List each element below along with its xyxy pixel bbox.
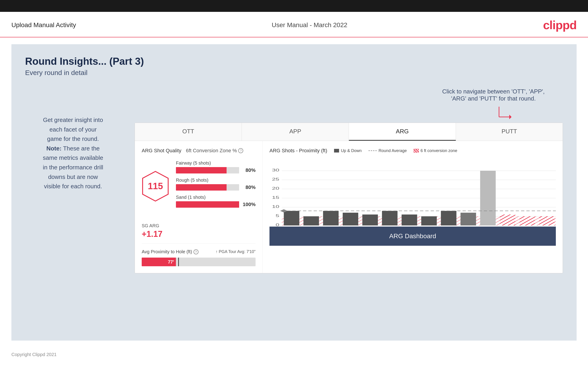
bar-row-sand: Sand (1 shots) 100% bbox=[176, 195, 256, 208]
content-row: Get greater insight into each facet of y… bbox=[25, 88, 563, 273]
left-panel-content: ARG Shot Quality 6ft Conversion Zone % ? bbox=[135, 141, 263, 273]
hexagon: 115 bbox=[142, 170, 169, 202]
proximity-title: Avg Proximity to Hole (ft) ? bbox=[142, 249, 199, 254]
right-panel-content: ARG Shots - Proximity (ft) Up & Down Rou… bbox=[263, 141, 563, 273]
section-subtitle: Every round in detail bbox=[25, 69, 563, 77]
insight-text: Get greater insight into each facet of y… bbox=[25, 115, 121, 191]
tab-arg[interactable]: ARG bbox=[349, 123, 456, 141]
svg-text:30: 30 bbox=[272, 168, 279, 172]
bar-pct-sand: 100% bbox=[242, 201, 256, 208]
svg-rect-22 bbox=[303, 216, 319, 225]
svg-rect-26 bbox=[382, 211, 398, 225]
logo: clippd bbox=[543, 18, 577, 32]
svg-text:10: 10 bbox=[272, 205, 279, 209]
sg-value: +1.17 bbox=[142, 229, 256, 239]
tab-app[interactable]: APP bbox=[242, 123, 349, 141]
svg-rect-23 bbox=[323, 211, 339, 225]
chart-area: 0 5 10 15 20 25 30 bbox=[269, 158, 556, 226]
proximity-section: Avg Proximity to Hole (ft) ? ↑ PGA Tour … bbox=[142, 243, 256, 266]
legend-hatch-icon bbox=[414, 149, 419, 152]
proximity-help-icon[interactable]: ? bbox=[193, 249, 199, 254]
footer: Copyright Clippd 2021 bbox=[0, 347, 588, 362]
svg-rect-32 bbox=[500, 215, 515, 225]
svg-rect-27 bbox=[402, 215, 417, 225]
bar-track-fairway bbox=[176, 167, 239, 174]
svg-rect-25 bbox=[362, 215, 378, 225]
bar-with-pct-fairway: 80% bbox=[176, 167, 256, 174]
header: Upload Manual Activity User Manual - Mar… bbox=[0, 12, 588, 37]
legend-up-down: Up & Down bbox=[334, 148, 362, 153]
bar-fill-sand bbox=[176, 201, 239, 208]
bar-row-rough: Rough (5 shots) 80% bbox=[176, 178, 256, 191]
copyright-text: Copyright Clippd 2021 bbox=[11, 352, 57, 357]
chart-svg: 0 5 10 15 20 25 30 bbox=[269, 158, 556, 226]
svg-marker-2 bbox=[509, 115, 511, 119]
svg-text:5: 5 bbox=[276, 214, 279, 218]
hexagon-container: 115 Fairway (5 shots) bbox=[142, 160, 256, 212]
annotation-text: Click to navigate between 'OTT', 'APP', … bbox=[442, 88, 545, 102]
bar-with-pct-rough: 80% bbox=[176, 184, 256, 191]
svg-rect-21 bbox=[284, 211, 299, 225]
legend-6ft-zone: 6 ft conversion zone bbox=[414, 148, 457, 153]
help-icon[interactable]: ? bbox=[238, 148, 243, 153]
pga-avg: ↑ PGA Tour Avg: 7'10" bbox=[216, 249, 256, 254]
svg-text:20: 20 bbox=[272, 186, 279, 191]
bar-label-rough: Rough (5 shots) bbox=[176, 178, 256, 183]
legend-round-avg: Round Average bbox=[369, 148, 407, 153]
bar-track-rough bbox=[176, 184, 239, 191]
proximity-bar-container: 77' bbox=[142, 258, 256, 266]
bar-label-fairway: Fairway (5 shots) bbox=[176, 160, 256, 166]
bar-fill-rough bbox=[176, 184, 227, 191]
svg-text:25: 25 bbox=[272, 177, 279, 182]
svg-rect-29 bbox=[441, 211, 456, 225]
proximity-bar-fill: 77' bbox=[142, 258, 176, 266]
right-header: ARG Shots - Proximity (ft) Up & Down Rou… bbox=[269, 148, 556, 154]
panel-wrapper: Click to navigate between 'OTT', 'APP', … bbox=[135, 88, 563, 273]
sg-label: SG ARG bbox=[142, 223, 256, 228]
shot-quality-label: ARG Shot Quality bbox=[142, 148, 182, 154]
main-panel: OTT APP ARG PUTT ARG Shot Quality 6ft Co… bbox=[135, 123, 563, 273]
panel-header-row: ARG Shot Quality 6ft Conversion Zone % ? bbox=[142, 148, 256, 154]
bars-section: Fairway (5 shots) 80% bbox=[176, 160, 256, 212]
legend-dash-icon bbox=[369, 149, 377, 152]
arg-dashboard-button[interactable]: ARG Dashboard bbox=[269, 226, 556, 246]
tab-putt[interactable]: PUTT bbox=[456, 123, 563, 141]
proximity-header: Avg Proximity to Hole (ft) ? ↑ PGA Tour … bbox=[142, 249, 256, 254]
arrow-container bbox=[135, 104, 563, 123]
svg-rect-28 bbox=[421, 216, 437, 225]
proximity-marker bbox=[178, 258, 179, 266]
legend-box-up-down bbox=[334, 149, 339, 152]
svg-rect-24 bbox=[343, 213, 358, 225]
top-bar bbox=[0, 0, 588, 12]
section-title: Round Insights... (Part 3) bbox=[25, 56, 563, 67]
tabs: OTT APP ARG PUTT bbox=[135, 123, 563, 141]
bar-fill-fairway bbox=[176, 167, 227, 174]
svg-rect-34 bbox=[539, 216, 554, 225]
bar-row-fairway: Fairway (5 shots) 80% bbox=[176, 160, 256, 174]
proximity-value: 77' bbox=[168, 259, 174, 265]
svg-rect-33 bbox=[519, 216, 535, 225]
bar-label-sand: Sand (1 shots) bbox=[176, 195, 256, 200]
arrow-icon bbox=[497, 104, 515, 123]
tab-ott[interactable]: OTT bbox=[135, 123, 242, 141]
svg-rect-30 bbox=[460, 213, 476, 225]
bar-with-pct-sand: 100% bbox=[176, 201, 256, 208]
header-left: Upload Manual Activity bbox=[11, 21, 76, 29]
bar-pct-fairway: 80% bbox=[242, 167, 256, 173]
note-bold: Note: bbox=[46, 145, 61, 152]
bar-track-sand bbox=[176, 201, 239, 208]
svg-text:0: 0 bbox=[276, 223, 279, 226]
left-col: Get greater insight into each facet of y… bbox=[25, 88, 121, 191]
svg-text:15: 15 bbox=[272, 196, 279, 200]
bar-pct-rough: 80% bbox=[242, 184, 256, 190]
hexagon-value: 115 bbox=[148, 181, 163, 191]
svg-rect-31 bbox=[480, 171, 496, 225]
upload-label: Upload Manual Activity bbox=[11, 21, 76, 29]
conversion-label: 6ft Conversion Zone % ? bbox=[186, 148, 243, 154]
panel-body: ARG Shot Quality 6ft Conversion Zone % ? bbox=[135, 141, 563, 273]
main-content: Round Insights... (Part 3) Every round i… bbox=[11, 44, 577, 341]
header-center: User Manual - March 2022 bbox=[272, 21, 347, 29]
sg-section: SG ARG +1.17 bbox=[142, 221, 256, 239]
right-title: ARG Shots - Proximity (ft) bbox=[269, 148, 327, 154]
